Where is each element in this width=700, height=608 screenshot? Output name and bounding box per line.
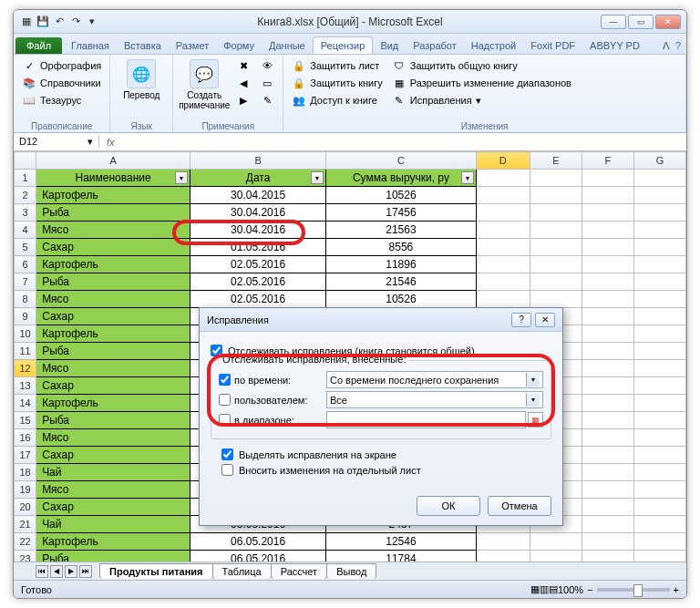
where-checkbox[interactable] xyxy=(219,414,231,426)
tab-formulas[interactable]: Форму xyxy=(216,37,262,54)
first-sheet-icon[interactable]: ⏮ xyxy=(36,565,48,578)
list-newsheet-checkbox[interactable] xyxy=(221,464,233,476)
cell[interactable] xyxy=(633,273,685,291)
col-header-a[interactable]: A xyxy=(36,152,190,170)
cell[interactable] xyxy=(530,204,582,222)
fx-icon[interactable]: fx xyxy=(99,137,122,148)
row-header[interactable]: 5 xyxy=(15,239,36,256)
cell[interactable] xyxy=(582,204,633,222)
cell[interactable] xyxy=(582,412,633,429)
cell[interactable] xyxy=(582,325,633,343)
cell-date[interactable]: 02.05.2016 xyxy=(190,256,326,273)
cell-date[interactable]: 06.05.2016 xyxy=(190,533,326,551)
row-header[interactable]: 17 xyxy=(15,447,36,464)
minimize-button[interactable]: — xyxy=(601,15,626,29)
tab-foxit[interactable]: Foxit PDF xyxy=(523,37,582,54)
dialog-close-button[interactable]: ✕ xyxy=(535,313,555,327)
zoom-out-icon[interactable]: − xyxy=(587,584,592,595)
allow-ranges-button[interactable]: ▦Разрешить изменение диапазонов xyxy=(389,75,574,91)
highlight-onscreen-checkbox[interactable] xyxy=(221,448,233,460)
row-header[interactable]: 11 xyxy=(15,343,36,360)
cell-name[interactable]: Чай xyxy=(36,464,190,481)
cell[interactable] xyxy=(582,308,633,325)
cell[interactable] xyxy=(633,360,685,377)
cell[interactable] xyxy=(633,533,685,551)
show-ink-button[interactable]: ✎ xyxy=(257,92,277,108)
last-sheet-icon[interactable]: ⏭ xyxy=(79,565,92,578)
cell[interactable] xyxy=(530,222,582,239)
cell[interactable] xyxy=(476,222,530,239)
cell-name[interactable]: Мясо xyxy=(36,291,190,308)
sheet-tab[interactable]: Вывод xyxy=(326,563,376,579)
help-icon[interactable]: ? xyxy=(675,40,681,52)
row-header[interactable]: 20 xyxy=(15,499,36,516)
cell-name[interactable]: Сахар xyxy=(36,308,190,325)
filter-dropdown-icon[interactable]: ▾ xyxy=(461,171,474,184)
cell-name[interactable]: Рыба xyxy=(36,273,190,291)
row-header[interactable]: 9 xyxy=(15,308,36,325)
qat-dropdown-icon[interactable]: ▾ xyxy=(85,15,99,29)
cell[interactable] xyxy=(476,187,530,204)
tab-insert[interactable]: Вставка xyxy=(117,37,169,54)
cell[interactable] xyxy=(582,256,633,273)
cell[interactable] xyxy=(582,429,633,447)
cell[interactable] xyxy=(582,273,633,291)
tab-home[interactable]: Главная xyxy=(64,37,117,54)
col-header-g[interactable]: G xyxy=(633,152,685,170)
translate-button[interactable]: 🌐Перевод xyxy=(116,57,167,102)
col-header-f[interactable]: F xyxy=(582,152,633,170)
col-header-d[interactable]: D xyxy=(476,152,530,170)
col-header-e[interactable]: E xyxy=(530,152,582,170)
cell[interactable] xyxy=(633,222,685,239)
cell[interactable] xyxy=(476,239,530,256)
cell-date[interactable]: 30.04.2016 xyxy=(190,204,326,222)
cell[interactable] xyxy=(530,273,582,291)
cell[interactable] xyxy=(476,533,530,551)
track-changes-button[interactable]: ✎Исправления ▾ xyxy=(389,92,574,108)
cell[interactable] xyxy=(633,447,685,464)
chevron-down-icon[interactable]: ▾ xyxy=(526,373,540,386)
view-layout-icon[interactable]: ▥ xyxy=(540,583,549,595)
thesaurus-button[interactable]: 📖Тезаурус xyxy=(19,92,104,108)
cell-name[interactable]: Сахар xyxy=(36,239,190,256)
cell[interactable] xyxy=(530,239,582,256)
row-header[interactable]: 19 xyxy=(15,481,36,499)
cell[interactable] xyxy=(633,377,685,395)
cell[interactable] xyxy=(582,377,633,395)
protect-workbook-button[interactable]: 🔒Защитить книгу xyxy=(289,75,386,91)
who-checkbox[interactable] xyxy=(219,394,231,406)
dialog-help-button[interactable]: ? xyxy=(511,313,531,327)
tab-view[interactable]: Вид xyxy=(373,37,406,54)
cell[interactable] xyxy=(582,222,633,239)
row-header[interactable]: 13 xyxy=(15,377,36,395)
cell[interactable] xyxy=(476,291,530,308)
cell[interactable] xyxy=(633,343,685,360)
cell-value[interactable]: 21563 xyxy=(326,222,477,239)
range-picker-icon[interactable]: ▦ xyxy=(528,412,543,428)
cell-name[interactable]: Сахар xyxy=(36,499,190,516)
row-header[interactable]: 4 xyxy=(15,222,36,239)
table-header-sum[interactable]: Сумма выручки, ру▾ xyxy=(326,170,477,187)
row-header[interactable]: 8 xyxy=(15,291,36,308)
cell-name[interactable]: Картофель xyxy=(36,395,190,412)
close-button[interactable]: ✕ xyxy=(655,15,681,29)
cell[interactable] xyxy=(476,256,530,273)
row-header[interactable]: 12 xyxy=(15,360,36,377)
cell[interactable] xyxy=(633,429,685,447)
cell[interactable] xyxy=(633,308,685,325)
spelling-button[interactable]: ✓Орфография xyxy=(19,57,104,74)
filter-dropdown-icon[interactable]: ▾ xyxy=(175,171,188,184)
cell[interactable] xyxy=(582,343,633,360)
cell-value[interactable]: 17456 xyxy=(326,204,477,222)
col-header-c[interactable]: C xyxy=(326,152,477,170)
new-comment-button[interactable]: 💬Создать примечание xyxy=(179,57,230,112)
prev-sheet-icon[interactable]: ◀ xyxy=(50,565,63,578)
row-header[interactable]: 15 xyxy=(15,412,36,429)
chevron-down-icon[interactable]: ▾ xyxy=(526,393,540,407)
ok-button[interactable]: ОК xyxy=(417,496,480,516)
save-icon[interactable]: 💾 xyxy=(36,15,50,29)
cell-name[interactable]: Картофель xyxy=(36,325,190,343)
tab-data[interactable]: Данные xyxy=(262,37,313,54)
table-header-date[interactable]: Дата▾ xyxy=(190,170,326,187)
view-normal-icon[interactable]: ▦ xyxy=(530,583,540,595)
